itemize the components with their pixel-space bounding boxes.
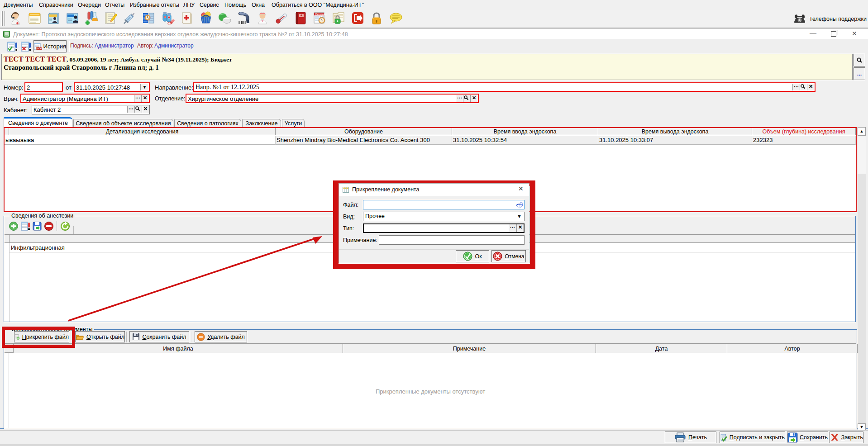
svg-text:Расписание: Расписание	[315, 13, 327, 15]
svg-text:LOG: LOG	[37, 47, 43, 49]
